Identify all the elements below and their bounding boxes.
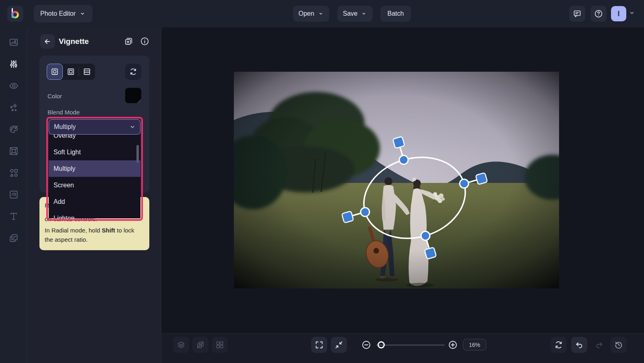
tool-sidebar [0, 27, 27, 363]
resize-canvas-icon [196, 340, 205, 350]
avatar-initial: I [617, 10, 619, 18]
blend-mode-select[interactable]: Multiply [49, 119, 140, 135]
blend-mode-dropdown: Overlay Soft Light Multiply Screen Add L… [49, 135, 140, 218]
radial-vignette-icon [50, 67, 59, 76]
sparkles-icon [8, 102, 19, 113]
zoom-level-value: 16% [469, 342, 480, 348]
sidebar-item-text[interactable] [4, 207, 23, 226]
batch-button[interactable]: Batch [380, 6, 411, 22]
open-label: Open [298, 10, 314, 17]
sidebar-item-adjust[interactable] [4, 54, 23, 74]
save-button[interactable]: Save [337, 6, 373, 22]
zoom-level-badge[interactable]: 16% [463, 339, 486, 351]
info-button[interactable] [140, 36, 150, 46]
image-icon [8, 37, 19, 48]
logo-rainbow-ring-icon [11, 11, 19, 19]
templates-button[interactable] [212, 337, 228, 353]
layers-stack-icon [176, 340, 186, 350]
shapes-icon [8, 168, 19, 178]
bottom-toolbar: 16% [161, 333, 644, 363]
app-menu-label: Photo Editor [40, 10, 76, 17]
vignette-feather-handle-left[interactable] [342, 211, 354, 223]
refresh-icon [554, 340, 564, 350]
vignette-feather-handle-top[interactable] [393, 137, 405, 149]
shape-rectangle-button[interactable] [63, 64, 79, 80]
zoom-slider-knob[interactable] [378, 341, 385, 348]
vignette-feather-handle-bottom[interactable] [425, 247, 437, 259]
copy-plus-icon [124, 36, 134, 46]
canvas-resize-button[interactable] [192, 337, 208, 353]
fullscreen-button[interactable] [311, 337, 327, 353]
sidebar-item-artsy[interactable] [4, 120, 23, 139]
dropdown-scrollbar[interactable] [136, 145, 139, 163]
app-menu-button[interactable]: Photo Editor [34, 5, 93, 23]
duplicate-effect-button[interactable] [124, 36, 134, 46]
chat-icon [572, 9, 582, 19]
shape-linear-button[interactable] [79, 64, 95, 80]
sidebar-item-edit[interactable] [4, 33, 23, 52]
zoom-out-button[interactable] [358, 337, 374, 353]
photo-wedding-couple[interactable] [234, 72, 559, 288]
chevron-down-icon[interactable] [628, 9, 636, 17]
zoom-in-button[interactable] [445, 337, 461, 353]
chevron-down-icon [318, 10, 324, 17]
color-label: Color [47, 93, 62, 100]
sidebar-item-overlays[interactable] [4, 185, 23, 204]
user-avatar[interactable]: I [611, 6, 626, 21]
dropdown-option-soft-light[interactable]: Soft Light [49, 144, 140, 160]
grid-icon [215, 340, 225, 350]
circle-plus-icon [448, 340, 458, 350]
sidebar-item-touchup[interactable] [4, 76, 23, 95]
sidebar-item-graphics[interactable] [4, 163, 23, 183]
shape-radial-button[interactable] [47, 64, 63, 80]
vignette-feather-handle-right[interactable] [475, 172, 487, 185]
app-logo[interactable] [7, 6, 23, 22]
batch-label: Batch [388, 10, 404, 17]
sidebar-item-effects[interactable] [4, 98, 23, 117]
undo-button[interactable] [571, 337, 587, 353]
sidebar-item-layers[interactable] [4, 228, 23, 248]
chevron-down-icon [79, 10, 86, 17]
chevron-down-icon [128, 122, 137, 131]
redo-button[interactable] [591, 337, 607, 353]
fit-screen-icon [334, 340, 344, 350]
dropdown-option-multiply[interactable]: Multiply [49, 160, 140, 177]
history-clock-icon [614, 340, 623, 350]
zoom-slider-track[interactable] [376, 344, 445, 346]
info-icon [140, 36, 150, 46]
reset-all-button[interactable] [551, 337, 567, 353]
question-icon [594, 9, 603, 19]
chevron-down-icon [361, 10, 367, 17]
feedback-button[interactable] [569, 6, 585, 22]
layers-icon [8, 233, 19, 243]
vignette-shape-group [47, 64, 95, 80]
tooltip-line4: the aspect ratio. [45, 236, 88, 243]
help-button[interactable] [590, 6, 607, 22]
vignette-panel: Vignette Color Bl [27, 27, 161, 363]
texture-icon [8, 189, 19, 200]
dropdown-option-screen[interactable]: Screen [49, 177, 140, 193]
page-title: Vignette [59, 37, 89, 46]
save-label: Save [343, 10, 357, 17]
sliders-icon [8, 59, 19, 69]
back-button[interactable] [40, 34, 55, 49]
dropdown-option-add[interactable]: Add [49, 193, 140, 210]
linear-vignette-icon [83, 67, 91, 76]
dropdown-option-overlay[interactable]: Overlay [49, 135, 140, 144]
fit-to-screen-button[interactable] [331, 337, 347, 353]
frame-icon [8, 146, 19, 156]
layers-panel-button[interactable] [173, 337, 189, 353]
blend-mode-label: Blend Mode [47, 109, 80, 116]
sidebar-item-frames[interactable] [4, 141, 23, 161]
redo-icon [594, 340, 604, 350]
color-swatch[interactable] [125, 88, 141, 103]
dropdown-option-lighten[interactable]: Lighten [49, 210, 140, 218]
blend-mode-value: Multiply [54, 123, 76, 131]
reset-vignette-button[interactable] [125, 64, 141, 80]
tooltip-line3: In Radial mode, hold Shift to lock [45, 227, 134, 234]
history-button[interactable] [611, 337, 627, 353]
circle-minus-icon [361, 340, 372, 350]
open-button[interactable]: Open [293, 6, 329, 22]
arrow-left-icon [43, 37, 52, 46]
photo-editor-app: Photo Editor Open Save Batch I [0, 0, 644, 363]
